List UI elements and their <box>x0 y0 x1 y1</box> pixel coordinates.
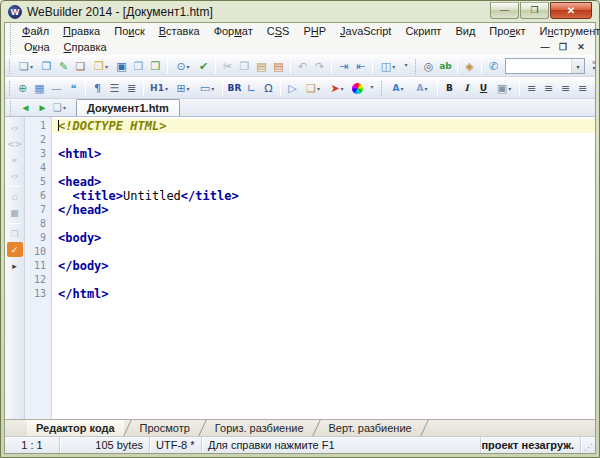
menu-item-format[interactable]: Формат <box>207 24 260 38</box>
insert-table-button[interactable]: ⊞▾ <box>171 79 195 97</box>
align-center-button[interactable]: ≡ <box>540 79 557 97</box>
edit-document-button[interactable]: ✎ <box>55 57 72 75</box>
new-php-document-button[interactable]: ❏ <box>72 57 89 75</box>
toolbar-overflow-button[interactable]: »▾ <box>588 60 600 72</box>
view-tab-preview[interactable]: Просмотр <box>131 420 199 436</box>
mdi-close-button[interactable]: ✕ <box>573 41 589 54</box>
menu-item-tools[interactable]: Инструменты <box>533 24 600 38</box>
menu-item-view[interactable]: Вид <box>448 24 482 38</box>
italic-button[interactable]: I <box>458 79 475 97</box>
edit-tag-button[interactable]: <> <box>7 136 23 151</box>
css-style-button[interactable]: ▣▾ <box>492 79 516 97</box>
open-file-button[interactable]: ❒▾ <box>89 57 113 75</box>
mdi-minimize-button[interactable]: — <box>537 41 553 54</box>
font-face-button[interactable]: A▾ <box>410 79 434 97</box>
non-breaking-space-button[interactable]: ∟ <box>243 79 260 97</box>
save-button[interactable]: ▣ <box>113 57 130 75</box>
toolbar-grip[interactable] <box>9 59 10 74</box>
highlight-block-button[interactable]: ■ <box>7 205 23 220</box>
view-tab-code-editor[interactable]: Редактор кода <box>27 420 124 436</box>
find-button[interactable]: ◎ <box>420 57 437 75</box>
minimize-button[interactable]: — <box>490 2 519 19</box>
code-line[interactable] <box>52 133 595 147</box>
toolbar-grip[interactable] <box>381 81 382 96</box>
mdi-restore-button[interactable]: ❐ <box>555 41 571 54</box>
insert-link-button[interactable]: ⊕ <box>14 79 31 97</box>
redo-button[interactable]: ↷ <box>311 57 328 75</box>
combobox-dropdown-icon[interactable]: ▾ <box>571 59 584 73</box>
replace-button[interactable]: ab <box>437 57 454 75</box>
split-view-button[interactable]: ◫▾ <box>376 57 400 75</box>
code-snippet-button[interactable]: ➤▾ <box>325 79 349 97</box>
toolbar-grip[interactable] <box>415 59 416 74</box>
new-document-button[interactable]: ❏▾ <box>14 57 38 75</box>
menu-item-javascript[interactable]: JavaScript <box>333 24 398 38</box>
select-block-button[interactable]: ▫ <box>7 189 23 204</box>
maximize-button[interactable]: ❐ <box>520 2 549 19</box>
code-line[interactable]: <!DOCTYPE HTML> <box>52 119 595 133</box>
menu-item-script[interactable]: Скрипт <box>398 24 448 38</box>
horizontal-rule-button[interactable]: — <box>48 79 65 97</box>
indent-button[interactable]: ⇥ <box>335 57 352 75</box>
code-text-area[interactable]: <!DOCTYPE HTML><html><head> <title>Untit… <box>52 117 595 419</box>
preview-zoom-button[interactable]: ⊙▾ <box>171 57 195 75</box>
view-tab-vertical-split[interactable]: Верт. разбиение <box>320 420 421 436</box>
navigate-forward-button[interactable]: ► <box>34 99 51 115</box>
menu-item-insert[interactable]: Вставка <box>152 24 207 38</box>
validate-button[interactable]: ✆ <box>485 57 502 75</box>
underline-button[interactable]: U <box>475 79 492 97</box>
browser-select-button[interactable]: ❑ ▾ <box>51 99 68 115</box>
insert-media-button[interactable]: ▷ <box>284 79 301 97</box>
tag-wizard-button[interactable]: ‹› <box>7 120 23 135</box>
menu-item-css[interactable]: CSS <box>260 24 297 38</box>
document-tab[interactable]: Документ1.htm <box>76 99 180 116</box>
menu-item-php[interactable]: PHP <box>296 24 333 38</box>
color-picker-button[interactable]: ● <box>349 79 366 97</box>
font-color-button[interactable]: A▾ <box>386 79 410 97</box>
code-line[interactable]: </body> <box>52 259 595 273</box>
code-line[interactable]: </head> <box>52 203 595 217</box>
bullet-list-button[interactable]: ☰ <box>106 79 123 97</box>
line-break-button[interactable]: BR <box>226 79 243 97</box>
snippet-tag-button[interactable]: ‹› <box>7 168 23 183</box>
menu-item-windows[interactable]: Окна <box>17 40 57 54</box>
menu-grip[interactable] <box>10 24 11 39</box>
insert-form-button[interactable]: ▭▾ <box>195 79 219 97</box>
special-character-button[interactable]: Ω <box>260 79 277 97</box>
code-line[interactable] <box>52 245 595 259</box>
find-in-files-button[interactable]: ◈ <box>461 57 478 75</box>
code-line[interactable]: <html> <box>52 147 595 161</box>
code-line[interactable]: <body> <box>52 231 595 245</box>
preview-pane-button[interactable]: ❐ <box>7 226 23 241</box>
paste-code-button[interactable]: ▤ <box>270 57 287 75</box>
save-all-button[interactable]: ❒ <box>147 57 164 75</box>
numbered-list-button[interactable]: ≣ <box>123 79 140 97</box>
align-justify-button[interactable]: ≡ <box>574 79 591 97</box>
cut-button[interactable]: ✂ <box>219 57 236 75</box>
snippet-play-button[interactable]: ▸ <box>7 258 23 273</box>
code-line[interactable] <box>52 217 595 231</box>
code-line[interactable] <box>52 161 595 175</box>
tabbar-grip[interactable] <box>10 101 13 116</box>
paragraph-button[interactable]: ¶ <box>89 79 106 97</box>
insert-image-button[interactable]: ▦ <box>31 79 48 97</box>
align-left-button[interactable]: ≡ <box>523 79 540 97</box>
bold-button[interactable]: B <box>441 79 458 97</box>
toolbar-overflow-button[interactable]: ▾ <box>366 85 378 90</box>
save-copy-button[interactable]: ❐ <box>130 57 147 75</box>
menu-item-search[interactable]: Поиск <box>107 24 152 38</box>
align-right-button[interactable]: ≡ <box>557 79 574 97</box>
code-line[interactable] <box>52 273 595 287</box>
spell-check-button[interactable]: ✔ <box>195 57 212 75</box>
menu-item-help[interactable]: Справка <box>57 40 114 54</box>
resize-grip[interactable]: ⋰ <box>581 437 595 453</box>
toolbar-overflow-button[interactable]: ▾ <box>400 63 412 68</box>
menu-item-edit[interactable]: Правка <box>56 24 107 38</box>
copy-button[interactable]: ❐ <box>236 57 253 75</box>
css-check-button[interactable]: ✓ <box>7 242 23 257</box>
undo-button[interactable]: ↶ <box>294 57 311 75</box>
outdent-button[interactable]: ⇤ <box>352 57 369 75</box>
code-line[interactable]: </html> <box>52 287 595 301</box>
close-tag-button[interactable]: « <box>7 152 23 167</box>
menu-grip[interactable] <box>10 40 13 55</box>
